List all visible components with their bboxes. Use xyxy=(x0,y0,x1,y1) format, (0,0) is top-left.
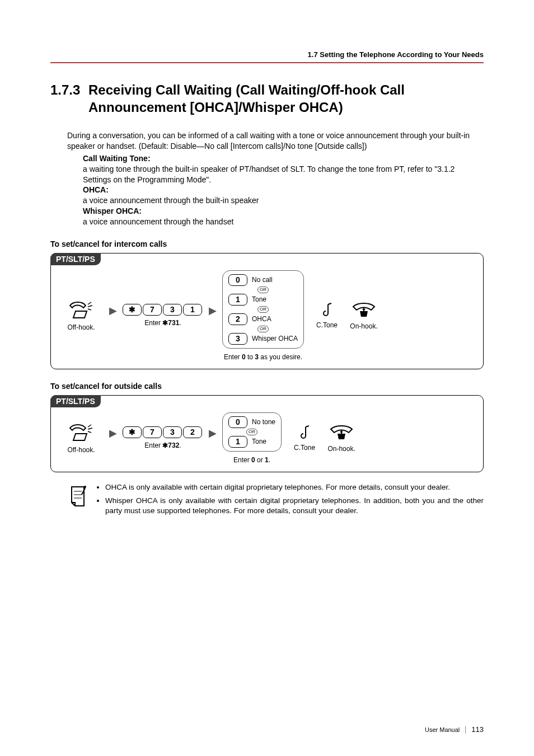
onhook-label: On-hook. xyxy=(350,322,377,330)
opt2-cap-d: 1 xyxy=(265,456,269,464)
options-box-intercom: 0No call OR 1Tone OR 2OHCA OR 3Whisper O… xyxy=(222,270,304,349)
opt-nocall: No call xyxy=(252,276,273,284)
enter-suffix: . xyxy=(179,442,181,449)
offhook-label: Off-hook. xyxy=(67,323,95,331)
def-ohca-head: OHCA: xyxy=(83,185,484,195)
arrow-icon: ▶ xyxy=(209,304,217,317)
key-3: 3 xyxy=(228,333,247,345)
key-0: 0 xyxy=(228,274,247,286)
key-7: 7 xyxy=(143,426,162,438)
section-title: 1.7.3 Receiving Call Waiting (Call Waiti… xyxy=(50,81,484,116)
ctone-icon xyxy=(320,302,334,318)
key-3: 3 xyxy=(163,304,182,316)
enter-suffix: . xyxy=(179,319,181,327)
device-tag: PT/SLT/PS xyxy=(50,253,101,265)
footer-label: User Manual xyxy=(425,726,460,733)
diagram-outside: PT/SLT/PS Off-hook. ▶ ✱732 Enter ✱732. ▶ xyxy=(50,395,484,472)
enter-731-code: 731 xyxy=(168,319,179,327)
offhook-icon xyxy=(68,422,95,443)
key-2: 2 xyxy=(228,313,247,325)
key-0: 0 xyxy=(228,416,247,428)
device-tag: PT/SLT/PS xyxy=(50,395,101,407)
opt1-cap-d: 3 xyxy=(255,353,259,361)
key-1: 1 xyxy=(228,294,247,306)
section-number: 1.7.3 xyxy=(50,81,88,116)
section-title-line2: Announcement [OHCA]/Whisper OHCA) xyxy=(88,98,405,116)
note-icon xyxy=(67,482,95,520)
opt1-cap-b: 0 xyxy=(242,353,246,361)
key-2: 2 xyxy=(183,426,202,438)
enter-732-code: 732 xyxy=(168,442,179,449)
or-label: OR xyxy=(246,429,257,435)
opt2-cap-b: 0 xyxy=(251,456,255,464)
opt-notone: No tone xyxy=(252,418,275,426)
or-label: OR xyxy=(257,306,269,313)
def-cwt-head: Call Waiting Tone: xyxy=(83,153,484,164)
ctone-icon xyxy=(298,425,311,440)
opt1-cap-e: as you desire. xyxy=(259,353,302,361)
def-wohca-head: Whisper OHCA: xyxy=(83,206,484,217)
subhead-outside: To set/cancel for outside calls xyxy=(50,382,484,391)
enter-prefix: Enter xyxy=(144,442,162,449)
opt2-cap-e: . xyxy=(269,456,270,464)
key-star: ✱ xyxy=(123,304,142,316)
onhook-icon xyxy=(327,424,355,442)
def-cwt-body: a waiting tone through the built-in spea… xyxy=(83,164,484,185)
ctone-label: C.Tone xyxy=(316,321,338,329)
intro-text: During a conversation, you can be inform… xyxy=(67,130,484,151)
opt-tone: Tone xyxy=(252,295,266,303)
key-3: 3 xyxy=(163,426,182,438)
opt-tone: Tone xyxy=(252,438,266,445)
offhook-label: Off-hook. xyxy=(67,446,95,454)
key-star: ✱ xyxy=(123,426,142,438)
breadcrumb: 1.7 Setting the Telephone According to Y… xyxy=(50,50,484,63)
arrow-icon: ▶ xyxy=(209,427,217,439)
section-title-line1: Receiving Call Waiting (Call Waiting/Off… xyxy=(88,81,405,98)
opt2-cap-c: or xyxy=(255,456,265,464)
arrow-icon: ▶ xyxy=(109,304,117,317)
def-ohca-body: a voice announcement through the built-i… xyxy=(83,195,484,206)
onhook-label: On-hook. xyxy=(327,445,355,453)
key-7: 7 xyxy=(143,304,162,316)
opt1-cap-a: Enter xyxy=(224,353,242,361)
options-box-outside: 0No tone OR 1Tone xyxy=(222,412,282,452)
diagram-intercom: PT/SLT/PS Off-hook. ▶ ✱731 Enter ✱731. ▶ xyxy=(50,253,484,369)
opt-wohca: Whisper OHCA xyxy=(252,335,298,342)
key-1: 1 xyxy=(183,304,202,316)
enter-prefix: Enter xyxy=(144,319,162,327)
opt2-cap-a: Enter xyxy=(233,456,251,464)
offhook-icon xyxy=(68,300,95,320)
key-1: 1 xyxy=(228,436,247,448)
svg-point-0 xyxy=(84,486,86,488)
or-label: OR xyxy=(257,287,269,293)
onhook-icon xyxy=(350,301,378,319)
opt-ohca: OHCA xyxy=(252,315,271,323)
note-1: OHCA is only available with certain digi… xyxy=(105,482,484,492)
def-wohca-body: a voice announcement through the handset xyxy=(83,217,484,227)
opt1-cap-c: to xyxy=(246,353,255,361)
subhead-intercom: To set/cancel for intercom calls xyxy=(50,240,484,248)
note-2: Whisper OHCA is only available with cert… xyxy=(105,496,484,516)
footer: User Manual 113 xyxy=(425,725,484,734)
or-label: OR xyxy=(257,326,269,332)
page-number: 113 xyxy=(471,725,484,734)
arrow-icon: ▶ xyxy=(109,427,117,439)
ctone-label: C.Tone xyxy=(294,444,315,452)
